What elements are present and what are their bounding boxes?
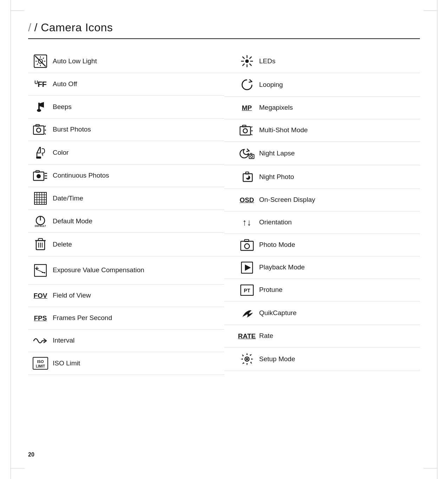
svg-rect-13 — [33, 126, 44, 134]
orientation-label: Orientation — [259, 218, 292, 227]
fps-label: Frames Per Second — [53, 314, 112, 322]
rate-label: Rate — [259, 332, 273, 340]
border-top-right — [423, 11, 437, 11]
protune-label: Protune — [259, 286, 283, 294]
border-left — [11, 0, 11, 479]
svg-text:LIMIT: LIMIT — [36, 364, 45, 368]
megapixels-label: Megapixels — [259, 103, 293, 112]
icon-row-date-time: Date/Time — [28, 187, 224, 210]
multishot-label: Multi-Shot Mode — [259, 126, 308, 135]
leds-label: LEDs — [259, 57, 275, 66]
svg-line-61 — [242, 64, 245, 66]
title-text: / Camera Icons — [34, 21, 113, 34]
icon-column-left: Auto Low Light UFF Auto Off — [28, 50, 224, 375]
fps-icon: FPS — [28, 314, 53, 322]
auto-off-icon: UFF — [28, 79, 53, 89]
osd-label: On-Screen Display — [259, 196, 315, 204]
svg-rect-45 — [34, 264, 46, 276]
border-top-left — [11, 11, 25, 11]
page-number: 20 — [28, 452, 34, 458]
icon-row-default-mode: DEFAULT Default Mode — [28, 210, 224, 233]
delete-icon — [28, 238, 53, 251]
icon-row-auto-low-light: Auto Low Light — [28, 50, 224, 73]
fov-icon: FOV — [28, 292, 53, 300]
photo-mode-icon — [235, 239, 259, 251]
svg-rect-69 — [249, 154, 254, 159]
svg-point-65 — [243, 129, 247, 133]
svg-line-16 — [45, 126, 46, 127]
icon-row-orientation: ↑↓ Orientation — [224, 211, 420, 234]
megapixels-icon: MP — [235, 104, 259, 112]
border-bottom-right — [423, 468, 437, 468]
beeps-icon — [28, 101, 53, 113]
svg-line-68 — [251, 134, 252, 135]
page-header: // Camera Icons — [28, 21, 420, 39]
svg-line-9 — [37, 64, 38, 65]
icon-row-multishot: Multi-Shot Mode — [224, 119, 420, 142]
rate-icon: RATE — [235, 332, 259, 340]
night-photo-icon — [235, 170, 259, 184]
color-icon — [28, 146, 53, 159]
svg-point-23 — [37, 174, 41, 178]
icon-row-fps: FPS Frames Per Second — [28, 307, 224, 330]
iso-icon: ISO LIMIT — [28, 357, 53, 370]
icon-row-leds: LEDs — [224, 50, 420, 73]
svg-point-71 — [251, 155, 253, 158]
burst-photos-label: Burst Photos — [53, 125, 91, 134]
osd-icon: OSD — [235, 196, 259, 204]
border-bottom-left — [11, 468, 25, 468]
playback-label: Playback Mode — [259, 263, 305, 272]
icon-row-exposure: Exposure Value Compensation — [28, 256, 224, 285]
icon-row-night-lapse: Night Lapse — [224, 142, 420, 165]
svg-text:ISO: ISO — [37, 359, 44, 364]
border-right — [437, 0, 437, 479]
auto-low-light-icon — [28, 55, 53, 68]
icon-row-delete: Delete — [28, 233, 224, 256]
icon-row-iso: ISO LIMIT ISO Limit — [28, 352, 224, 375]
burst-photos-icon — [28, 124, 53, 136]
svg-rect-12 — [38, 103, 40, 110]
icon-row-continuous-photos: Continuous Photos — [28, 165, 224, 187]
icon-row-interval: Interval — [28, 330, 224, 352]
svg-line-66 — [251, 127, 252, 127]
icon-row-looping: Looping — [224, 73, 420, 97]
auto-low-light-label: Auto Low Light — [53, 57, 97, 66]
svg-rect-72 — [243, 174, 252, 181]
svg-line-58 — [242, 57, 245, 59]
looping-icon — [235, 78, 259, 91]
icon-row-fov: FOV Field of View — [28, 285, 224, 307]
exposure-icon — [28, 264, 53, 277]
svg-rect-63 — [240, 127, 251, 135]
title-slash: / — [28, 21, 31, 34]
icon-row-protune: PT Protune — [224, 279, 420, 301]
svg-rect-22 — [36, 171, 39, 172]
night-lapse-icon — [235, 147, 259, 160]
svg-text:DEFAULT: DEFAULT — [35, 225, 46, 227]
interval-label: Interval — [53, 336, 74, 345]
date-time-label: Date/Time — [53, 194, 83, 203]
quikcapture-icon — [235, 306, 259, 320]
beeps-label: Beeps — [53, 103, 72, 111]
exposure-label: Exposure Value Compensation — [53, 266, 144, 275]
svg-line-59 — [249, 64, 252, 66]
iso-label: ISO Limit — [53, 359, 80, 368]
quikcapture-label: QuikCapture — [259, 309, 297, 318]
icon-row-quikcapture: QuikCapture — [224, 301, 420, 325]
svg-line-18 — [45, 134, 46, 134]
photo-mode-label: Photo Mode — [259, 241, 295, 249]
svg-rect-75 — [245, 240, 249, 242]
icon-row-burst-photos: Burst Photos — [28, 119, 224, 141]
svg-rect-41 — [38, 238, 43, 241]
svg-marker-78 — [245, 264, 251, 271]
svg-rect-73 — [246, 172, 249, 174]
continuous-photos-icon — [28, 170, 53, 182]
fov-label: Field of View — [53, 291, 91, 300]
icon-row-setup: Setup Mode — [224, 347, 420, 371]
default-mode-label: Default Mode — [53, 217, 92, 226]
playback-icon — [235, 262, 259, 274]
setup-label: Setup Mode — [259, 355, 295, 364]
night-lapse-label: Night Lapse — [259, 149, 295, 158]
svg-line-60 — [249, 57, 252, 59]
svg-rect-27 — [34, 192, 46, 204]
multishot-icon — [235, 124, 259, 136]
